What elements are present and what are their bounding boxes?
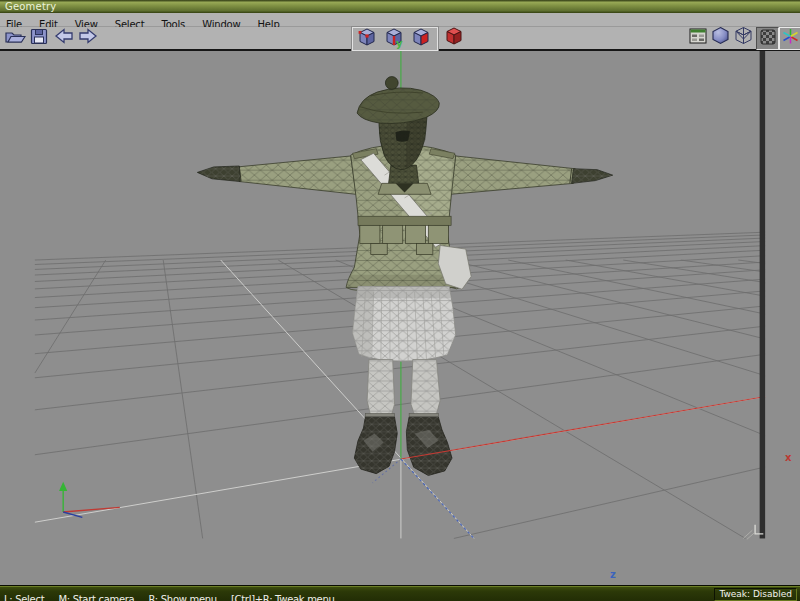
- textured-icon: [760, 29, 776, 49]
- window-title-bar[interactable]: Geometry: [0, 0, 800, 13]
- back-arrow-icon: [54, 28, 74, 48]
- tweak-status-badge: Tweak: Disabled: [714, 588, 797, 601]
- face-mode-button[interactable]: [407, 29, 434, 49]
- wireframe-cube-icon: [734, 26, 753, 49]
- smooth-shaded-cube-icon: [711, 26, 730, 49]
- hint-right-click: R: Show menu: [149, 594, 217, 601]
- axis-gizmo: [59, 482, 120, 518]
- menu-bar: File Edit View Select Tools Window Help: [0, 13, 800, 27]
- selection-mode-group: [352, 27, 438, 51]
- open-folder-icon: [4, 28, 26, 49]
- smooth-shaded-button[interactable]: [710, 27, 731, 48]
- save-button[interactable]: [27, 28, 51, 48]
- scene-canvas: [0, 51, 800, 585]
- mouse-hints: L: Select M: Start camera R: Show menu […: [4, 588, 344, 601]
- axes-display-button[interactable]: [779, 27, 800, 50]
- hint-left-click: L: Select: [4, 594, 44, 601]
- x-axis-label: x: [785, 453, 791, 463]
- status-bar: L: Select M: Start camera R: Show menu […: [0, 585, 800, 601]
- vertex-mode-button[interactable]: [353, 29, 380, 49]
- viewport-3d[interactable]: [0, 51, 800, 585]
- save-icon: [30, 28, 48, 49]
- z-axis-label: z: [610, 570, 616, 580]
- wireframe-button[interactable]: [733, 27, 754, 48]
- forward-button[interactable]: [76, 28, 100, 48]
- axes-star-icon: [782, 28, 799, 49]
- beret-pompom: [385, 77, 398, 90]
- window-title: Geometry: [5, 1, 56, 12]
- textured-button[interactable]: [756, 27, 779, 50]
- open-button[interactable]: [3, 28, 27, 48]
- y-axis-label: y: [396, 39, 403, 49]
- forward-arrow-icon: [78, 28, 98, 48]
- hint-ctrl-right-click: [Ctrl]+R: Tweak menu: [231, 594, 335, 601]
- character-model: [197, 77, 612, 476]
- object-mode-button[interactable]: [441, 28, 467, 48]
- vertex-mode-cube-icon: [357, 27, 377, 51]
- properties-window-button[interactable]: [687, 27, 708, 48]
- object-mode-cube-icon: [444, 26, 464, 50]
- hint-middle-click: M: Start camera: [58, 594, 134, 601]
- viewport-right-edge: [760, 51, 765, 538]
- properties-window-icon: [689, 28, 707, 48]
- back-button[interactable]: [52, 28, 76, 48]
- face-mode-cube-icon: [411, 27, 431, 51]
- application-window: Geometry File Edit View Select Tools Win…: [0, 0, 800, 601]
- x-axis-line: [401, 397, 765, 459]
